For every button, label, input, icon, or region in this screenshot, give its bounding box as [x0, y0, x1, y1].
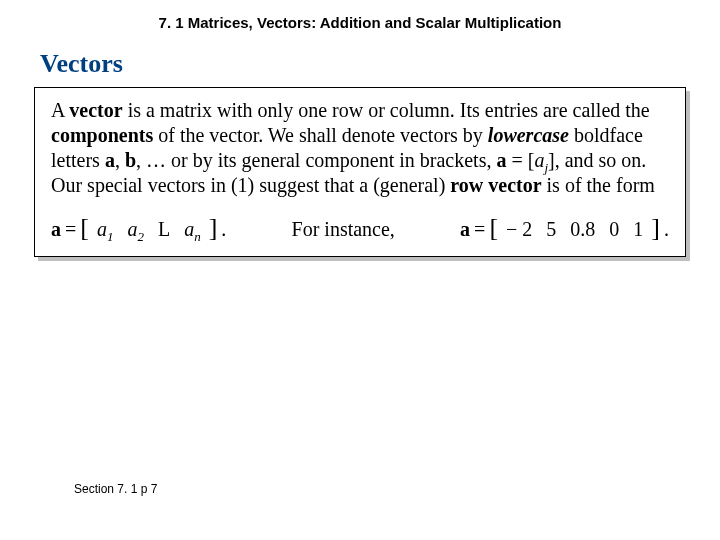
vector-b: b [125, 149, 136, 171]
text: is of the form [542, 174, 655, 196]
example-entries: − 2 5 0.8 0 1 [502, 218, 647, 241]
value-4: 0 [609, 218, 619, 241]
text: is a matrix with only one row or column.… [123, 99, 650, 121]
equation-row: a = [ a1 a2 L an ] . For instance, a = [… [51, 214, 669, 244]
term-lowercase: lowercase [488, 124, 569, 146]
right-bracket: ] [209, 213, 218, 243]
equals: = [474, 218, 485, 241]
right-bracket: ] [651, 213, 660, 243]
var-a: a [51, 218, 61, 241]
chapter-header: 7. 1 Matrices, Vectors: Addition and Sca… [0, 0, 720, 49]
entry-1: a1 [97, 218, 114, 241]
vector-a-bracket: a [496, 149, 506, 171]
general-entries: a1 a2 L an [93, 218, 205, 241]
var-a-example: a [460, 218, 470, 241]
page-footer: Section 7. 1 p 7 [74, 482, 157, 496]
left-bracket: [ [489, 213, 498, 243]
term-components: components [51, 124, 153, 146]
text: , [115, 149, 125, 171]
entry-n: an [184, 218, 201, 241]
for-instance-text: For instance, [292, 218, 395, 241]
definition-box: A vector is a matrix with only one row o… [34, 87, 686, 257]
entry-var: a [184, 218, 194, 240]
entry-sub: n [194, 229, 201, 244]
entry-var: a [127, 218, 137, 240]
period: . [664, 218, 669, 241]
left-bracket: [ [80, 213, 89, 243]
term-vector: vector [69, 99, 122, 121]
equation-example: a = [ − 2 5 0.8 0 1 ] . [460, 214, 669, 244]
text: A [51, 99, 69, 121]
equation-general: a = [ a1 a2 L an ] . [51, 214, 226, 244]
component-a: a [534, 149, 544, 171]
value-1: − 2 [506, 218, 532, 241]
section-subtitle: Vectors [0, 49, 720, 79]
entry-var: a [97, 218, 107, 240]
text: = [ [506, 149, 534, 171]
text: , … or by its general component in brack… [136, 149, 496, 171]
definition-text: A vector is a matrix with only one row o… [51, 98, 669, 198]
entry-2: a2 [127, 218, 144, 241]
text: of the vector. We shall denote vectors b… [153, 124, 488, 146]
term-row-vector: row vector [450, 174, 541, 196]
entry-sub: 1 [107, 229, 114, 244]
value-3: 0.8 [570, 218, 595, 241]
period: . [221, 218, 226, 241]
entry-sub: 2 [137, 229, 144, 244]
equals: = [65, 218, 76, 241]
value-5: 1 [633, 218, 643, 241]
entry-L: L [158, 218, 170, 241]
value-2: 5 [546, 218, 556, 241]
vector-a: a [105, 149, 115, 171]
subscript-j: j [544, 160, 548, 175]
